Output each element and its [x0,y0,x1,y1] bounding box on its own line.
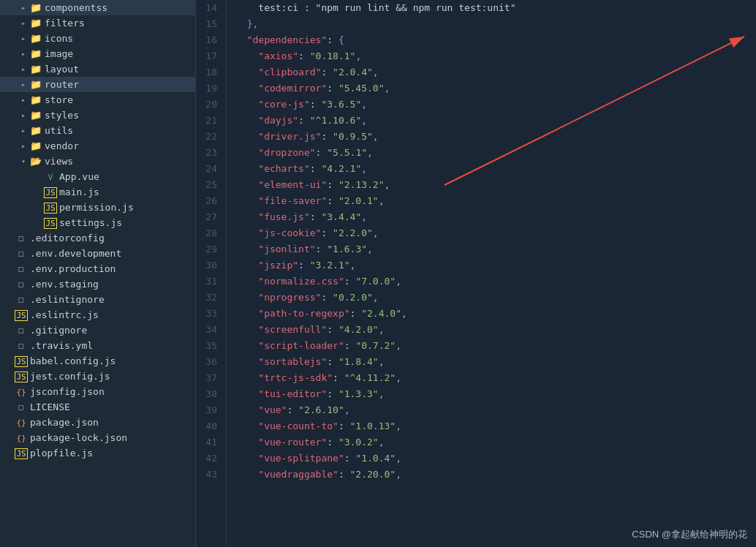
generic-file-icon: ◻ [15,279,28,290]
code-line: "screenfull": "4.2.0", [235,322,756,338]
code-line: "driver.js": "0.9.5", [235,129,756,145]
line-number: 37 [202,370,217,386]
line-number: 24 [202,161,217,177]
code-line: "path-to-regexp": "2.4.0", [235,306,756,322]
sidebar-item-label: .eslintrc.js [30,309,99,320]
line-number: 40 [202,418,217,434]
sidebar-item-label: .editorconfig [30,233,105,244]
json-file-icon: {} [15,386,28,397]
sidebar-item-.env.development[interactable]: ◻.env.development [0,246,195,261]
sidebar-item-image[interactable]: ▸📁image [0,46,195,61]
sidebar-item-jest.config.js[interactable]: JSjest.config.js [0,369,195,384]
sidebar-item-label: filters [45,18,85,29]
line-number: 33 [202,306,217,322]
sidebar-item-.eslintrc.js[interactable]: JS.eslintrc.js [0,307,195,322]
sidebar-item-componentss[interactable]: ▸📁componentss [0,0,195,15]
sidebar-item-store[interactable]: ▸📁store [0,92,195,107]
sidebar-item-LICENSE[interactable]: ◻LICENSE [0,399,195,415]
sidebar-item-babel.config.js[interactable]: JSbabel.config.js [0,353,195,369]
sidebar-item-App.vue[interactable]: VApp.vue [0,169,195,184]
folder-icon: 📁 [29,33,42,44]
folder-arrow-icon: ▸ [18,50,29,58]
code-line: "vue-router": "3.0.2", [235,434,756,450]
code-line: "axios": "0.18.1", [235,48,756,64]
folder-icon: 📁 [29,79,42,90]
code-line: "file-saver": "2.0.1", [235,193,756,209]
code-line: "jszip": "3.2.1", [235,257,756,274]
sidebar-item-label: .env.production [30,263,116,274]
sidebar-item-plopfile.js[interactable]: JSplopfile.js [0,445,195,461]
sidebar-item-vendor[interactable]: ▸📁vendor [0,138,195,154]
code-editor[interactable]: 1415161718192021222324252627282930313233… [196,0,756,547]
generic-file-icon: ◻ [15,248,28,259]
vue-file-icon: V [44,171,57,182]
folder-arrow-icon: ▾ [18,157,29,165]
line-number: 42 [202,450,217,467]
line-number: 20 [202,97,217,113]
code-line: "vuedraggable": "2.20.0", [235,467,756,483]
json-file-icon: {} [15,417,28,428]
line-number: 19 [202,80,217,97]
folder-arrow-icon: ▸ [18,142,29,150]
sidebar-item-.env.staging[interactable]: ◻.env.staging [0,276,195,292]
line-number: 41 [202,434,217,450]
sidebar-item-jsconfig.json[interactable]: {}jsconfig.json [0,384,195,399]
line-number: 34 [202,322,217,338]
folder-arrow-icon: ▸ [18,96,29,104]
sidebar-item-label: babel.config.js [30,355,116,366]
sidebar-item-permission.js[interactable]: JSpermission.js [0,200,195,215]
sidebar-item-label: .env.staging [30,279,99,290]
line-number: 14 [202,0,217,16]
folder-icon: 📁 [29,125,42,136]
line-number: 16 [202,32,217,48]
code-line: "vue-count-to": "1.0.13", [235,418,756,434]
code-line: test:ci : "npm run lint && npm run test:… [235,0,756,16]
sidebar-item-package-lock.json[interactable]: {}package-lock.json [0,430,195,445]
code-line: "dependencies": { [235,32,756,48]
sidebar-item-label: componentss [45,2,107,13]
sidebar-item-label: vendor [45,140,79,151]
sidebar-item-router[interactable]: ▸📁router [0,77,195,92]
generic-file-icon: ◻ [15,263,28,274]
code-line: "vue": "2.6.10", [235,402,756,418]
sidebar-item-label: utils [45,125,73,136]
sidebar-item-label: .eslintignore [30,294,105,305]
line-number: 17 [202,48,217,64]
folder-arrow-icon: ▸ [18,34,29,42]
sidebar-item-label: main.js [59,186,99,197]
sidebar-item-views[interactable]: ▾📂views [0,154,195,169]
folder-icon: 📁 [29,2,42,13]
js-file-icon: JS [15,355,28,366]
sidebar-item-filters[interactable]: ▸📁filters [0,15,195,31]
sidebar-item-.travis.yml[interactable]: ◻.travis.yml [0,338,195,353]
sidebar-item-settings.js[interactable]: JSsettings.js [0,215,195,230]
line-number: 36 [202,354,217,370]
code-line: "dayjs": "^1.10.6", [235,113,756,129]
sidebar-item-label: .travis.yml [30,340,93,351]
generic-file-icon: ◻ [15,401,28,412]
sidebar-item-.eslintignore[interactable]: ◻.eslintignore [0,292,195,307]
sidebar-item-.editorconfig[interactable]: ◻.editorconfig [0,230,195,246]
sidebar-item-.gitignore[interactable]: ◻.gitignore [0,322,195,338]
folder-arrow-icon: ▸ [18,127,29,135]
folder-arrow-icon: ▸ [18,19,29,27]
sidebar-item-styles[interactable]: ▸📁styles [0,107,195,123]
line-number: 21 [202,113,217,129]
folder-icon: 📁 [29,18,42,29]
sidebar-item-utils[interactable]: ▸📁utils [0,123,195,138]
folder-arrow-icon: ▸ [18,80,29,88]
sidebar-item-main.js[interactable]: JSmain.js [0,184,195,200]
sidebar-item-.env.production[interactable]: ◻.env.production [0,261,195,276]
folder-arrow-icon: ▸ [18,65,29,73]
sidebar-item-icons[interactable]: ▸📁icons [0,31,195,46]
generic-file-icon: ◻ [15,325,28,336]
sidebar-item-label: settings.js [59,217,122,228]
sidebar-item-layout[interactable]: ▸📁layout [0,61,195,77]
code-line: "script-loader": "0.7.2", [235,338,756,354]
code-line: "clipboard": "2.0.4", [235,64,756,80]
code-line: "codemirror": "5.45.0", [235,80,756,97]
code-line: "trtc-js-sdk": "^4.11.2", [235,370,756,386]
sidebar-item-label: .gitignore [30,325,87,336]
line-number: 39 [202,402,217,418]
sidebar-item-package.json[interactable]: {}package.json [0,415,195,430]
